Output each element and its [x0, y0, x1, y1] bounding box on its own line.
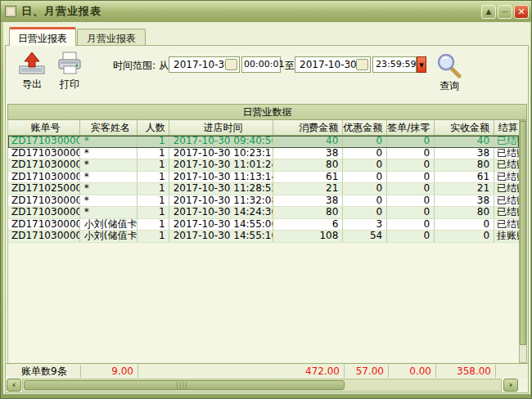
cell-sign-round: 0 [387, 183, 435, 195]
print-icon[interactable] [55, 52, 84, 76]
cell-entry-time: 2017-10-30 14:55:10 [169, 231, 274, 242]
cell-entry-time: 2017-10-30 11:13:14 [169, 172, 274, 183]
cell-sign-round: 0 [387, 195, 435, 207]
calendar-picker-button-to[interactable] [356, 59, 368, 70]
cell-guest-name: 小刘(储值卡 [80, 231, 138, 242]
cell-settle-status: 已结账 [494, 195, 519, 207]
time-from-field[interactable]: 00:00:01 [241, 56, 281, 73]
tab-monthly-report[interactable]: 月营业报表 [77, 29, 146, 46]
header-sign-round[interactable]: 签单/抹零 [387, 120, 435, 135]
cell-sign-round: 0 [387, 136, 435, 147]
scrollbar-grip-icon: |||| [176, 383, 192, 388]
cell-people: 1 [138, 195, 169, 207]
bill-count-label: 账单数9条 [7, 365, 81, 378]
horizontal-scrollbar[interactable]: ‹ |||| › [6, 378, 528, 393]
rollup-button[interactable]: ▲ [481, 5, 496, 19]
vertical-scrollbar[interactable] [519, 120, 527, 363]
cell-bill-no: ZD17103000023 [8, 172, 80, 183]
cell-discount-amount: 0 [343, 195, 387, 207]
total-consume: 472.00 [275, 365, 345, 378]
minimize-button[interactable]: — [498, 5, 512, 19]
cell-discount-amount: 0 [343, 183, 387, 195]
cell-sign-round: 0 [387, 159, 435, 171]
table-row[interactable]: ZD17103000023*12017-10-30 11:13:14610061… [8, 172, 519, 184]
scroll-right-button[interactable]: › [503, 379, 518, 392]
horizontal-scrollbar-track[interactable]: |||| [22, 379, 502, 392]
data-grid: 账单号 宾客姓名 人数 进店时间 消费金额 优惠金额 签单/抹零 实收金额 结算… [7, 120, 519, 363]
date-to-value: 2017-10-30 [300, 59, 357, 70]
table-title: 日营业数据 [7, 104, 527, 120]
cell-received-amount: 40 [435, 136, 494, 147]
header-guest-name[interactable]: 宾客姓名 [80, 120, 138, 135]
cell-received-amount: 80 [435, 159, 494, 171]
export-label[interactable]: 导出 [14, 78, 50, 92]
cell-people: 1 [138, 207, 169, 218]
date-to-field[interactable]: 2017-10-30 [295, 56, 371, 73]
table-row[interactable]: ZD17103000022*12017-10-30 11:01:24800080… [8, 159, 519, 172]
tab-daily-report[interactable]: 日营业报表 [9, 27, 76, 46]
cell-guest-name: * [80, 183, 138, 195]
date-from-field[interactable]: 2017-10-30 [169, 56, 240, 73]
cell-received-amount: 0 [435, 231, 494, 242]
vertical-scrollbar-thumb[interactable] [520, 121, 526, 345]
cell-bill-no: ZD17103000025 [8, 195, 80, 207]
table-row[interactable]: ZD17103000025*12017-10-30 11:32:08380038… [8, 195, 519, 208]
time-to-field[interactable]: 23:59:59 [372, 56, 417, 73]
cell-consume-amount: 80 [273, 159, 343, 171]
time-to-dropdown-button[interactable]: ▼ [417, 56, 426, 73]
cell-people: 1 [138, 183, 169, 195]
table-row[interactable]: ZD17103000032小刘(储值卡12017-10-30 14:55:006… [8, 219, 519, 231]
query-label[interactable]: 查询 [431, 79, 467, 93]
cell-bill-no: ZD17103000022 [8, 159, 80, 171]
search-icon[interactable] [435, 53, 463, 79]
total-received: 358.00 [436, 365, 496, 378]
cell-guest-name: * [80, 172, 138, 183]
header-entry-time[interactable]: 进店时间 [169, 120, 274, 135]
table-row[interactable]: ZD17102500013*12017-10-30 11:28:52210021… [8, 183, 519, 195]
cell-consume-amount: 108 [273, 231, 343, 242]
scroll-left-button[interactable]: ‹ [7, 379, 21, 392]
table-row[interactable]: ZD17103000027*12017-10-30 14:24:36800080… [8, 207, 519, 219]
table-body: ZD17103000003*12017-10-30 09:40:50400040… [8, 136, 519, 243]
horizontal-scrollbar-thumb[interactable]: |||| [24, 380, 345, 390]
cell-consume-amount: 38 [273, 148, 343, 159]
cell-discount-amount: 0 [343, 159, 387, 171]
cell-consume-amount: 80 [273, 207, 343, 218]
calendar-picker-button-from[interactable] [225, 59, 237, 70]
cell-settle-status: 已结账 [494, 219, 519, 231]
close-button[interactable]: ✕ [514, 5, 529, 19]
header-settle[interactable]: 结算 [494, 120, 519, 135]
print-label[interactable]: 打印 [52, 78, 88, 92]
header-consume-amount[interactable]: 消费金额 [273, 120, 343, 135]
titlebar[interactable]: 日、月营业报表 ▲ — ✕ [1, 1, 532, 22]
header-bill-no[interactable]: 账单号 [8, 120, 80, 135]
time-range-label: 时间范围: 从 [107, 59, 174, 73]
total-people: 9.00 [81, 365, 138, 378]
cell-consume-amount: 6 [273, 219, 343, 231]
cell-guest-name: 小刘(储值卡 [80, 219, 138, 231]
cell-consume-amount: 21 [273, 183, 343, 195]
cell-settle-status: 已结账 [494, 207, 519, 218]
header-discount-amount[interactable]: 优惠金额 [343, 120, 387, 135]
cell-bill-no: ZD17103000032 [8, 219, 80, 231]
export-icon[interactable] [17, 52, 47, 76]
table-row[interactable]: ZD17103000033小刘(储值卡12017-10-30 14:55:101… [8, 231, 519, 243]
header-received-amount[interactable]: 实收金额 [435, 120, 494, 135]
cell-guest-name: * [80, 207, 138, 218]
header-people[interactable]: 人数 [138, 120, 169, 135]
cell-guest-name: * [80, 148, 138, 159]
cell-bill-no: ZD17103000003 [8, 136, 80, 147]
cell-settle-status: 已结账 [494, 183, 519, 195]
cell-received-amount: 80 [435, 207, 494, 218]
cell-guest-name: * [80, 159, 138, 171]
cell-received-amount: 38 [435, 148, 494, 159]
cell-entry-time: 2017-10-30 14:24:36 [169, 207, 274, 218]
total-discount: 57.00 [345, 365, 389, 378]
cell-bill-no: ZD17103000012 [8, 148, 80, 159]
cell-guest-name: * [80, 136, 138, 147]
table-row[interactable]: ZD17103000003*12017-10-30 09:40:50400040… [8, 136, 519, 148]
table-row[interactable]: ZD17103000012*12017-10-30 10:23:11380038… [8, 148, 519, 160]
cell-people: 1 [138, 148, 169, 159]
cell-sign-round: 0 [387, 219, 435, 231]
cell-consume-amount: 40 [273, 136, 343, 147]
